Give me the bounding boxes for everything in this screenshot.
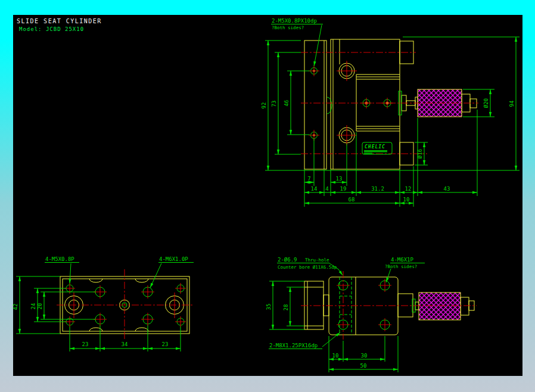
dim-12: 12 — [405, 186, 412, 192]
cad-canvas: SLIDE SEAT CYLINDER Model: JCBD 25X10 — [0, 0, 535, 392]
thru-hole-label2: Thru-hole — [305, 257, 329, 263]
dim-14: 14 — [311, 186, 318, 192]
dim-73: 73 — [271, 101, 277, 107]
dim-30: 30 — [361, 353, 368, 359]
model-number: Model: JCBD 25X10 — [19, 26, 84, 32]
thru-hole-label: 2-Ø6.9 — [278, 257, 297, 263]
dim-13: 13 — [336, 176, 343, 182]
dim-34: 34 — [122, 341, 128, 347]
dim-23-right: 23 — [162, 341, 169, 347]
m8-label: 2-M8X1.25PX16dp — [269, 343, 318, 349]
dim-94: 94 — [509, 101, 515, 107]
dim-46: 46 — [284, 100, 290, 107]
dim-50: 50 — [360, 363, 367, 369]
cbore-label: Counter bore Ø11X6.5dp — [278, 265, 337, 270]
dim-dia16: Ø16 — [417, 149, 423, 158]
dim-7: 7 — [307, 176, 310, 182]
dim-23-left: 23 — [82, 341, 89, 347]
m5-label: 4-M5X0.8P — [45, 256, 74, 262]
cad-window: SLIDE SEAT CYLINDER Model: JCBD 25X10 — [0, 0, 535, 392]
dim-92: 92 — [261, 102, 267, 109]
side-m6-note: ?Both sides? — [385, 264, 417, 269]
dim-35: 35 — [266, 304, 272, 310]
drawing-title: SLIDE SEAT CYLINDER — [17, 18, 102, 24]
dim-20: 20 — [37, 303, 43, 310]
dim-28: 28 — [283, 304, 289, 311]
dim-10-side: 10 — [332, 353, 339, 359]
dim-19: 19 — [340, 186, 347, 192]
dim-42: 42 — [13, 304, 18, 310]
dim-68: 68 — [349, 197, 355, 203]
dim-24: 24 — [30, 303, 36, 310]
dim-4: 4 — [325, 186, 328, 192]
side-m6-label: 4-M6X1P — [391, 257, 414, 263]
thread-note: ?Both sides? — [272, 25, 304, 30]
dim-dia20: Ø20 — [483, 98, 489, 108]
dim-31-2: 31.2 — [371, 186, 384, 192]
thread-label: 2-M5X0.8PX10dp — [272, 18, 317, 24]
dim-43: 43 — [444, 186, 450, 192]
dim-10: 10 — [403, 197, 410, 203]
knurled-knob-side — [419, 293, 461, 320]
brand-text: CHELIC — [365, 144, 385, 150]
m6-label: 4-M6X1.0P — [159, 256, 188, 262]
